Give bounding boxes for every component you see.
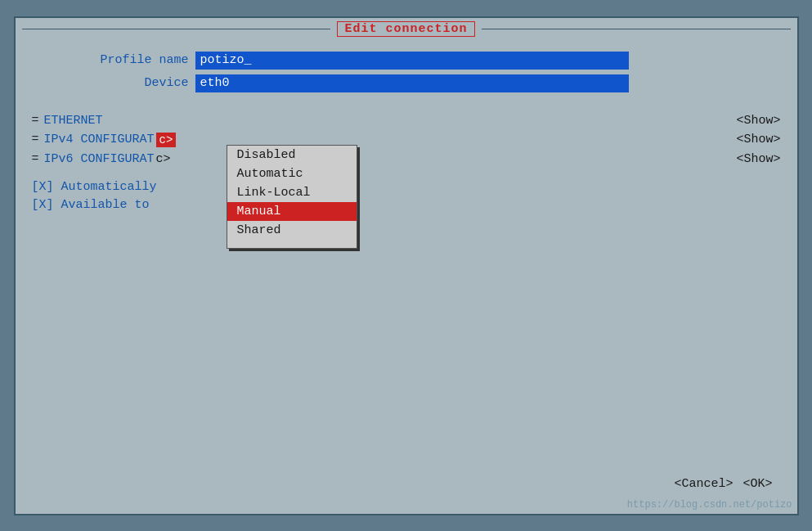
ethernet-show-button[interactable]: <Show> bbox=[736, 114, 780, 128]
ipv4-section-row: = IPv4 CONFIGURAT c> <Show> bbox=[32, 133, 781, 147]
title-bar-line-left bbox=[22, 29, 331, 29]
ipv6-label[interactable]: IPv6 CONFIGURAT bbox=[44, 152, 155, 166]
available-checkbox-row: [X] Available to bbox=[32, 198, 781, 212]
profile-name-label: Profile name bbox=[32, 53, 195, 67]
window-title: Edit connection bbox=[337, 21, 474, 37]
auto-checkbox-row: [X] Automatically bbox=[32, 180, 781, 194]
ethernet-equals: = bbox=[32, 114, 39, 128]
device-row: Device eth0 bbox=[32, 74, 781, 92]
available-checkbox-label[interactable]: [X] Available to bbox=[32, 198, 150, 212]
ipv4-label[interactable]: IPv4 CONFIGURAT bbox=[44, 133, 155, 146]
device-input[interactable]: eth0 bbox=[195, 74, 629, 92]
dropdown-item-shared[interactable]: Shared bbox=[227, 221, 357, 240]
dropdown-item-link-local[interactable]: Link-Local bbox=[227, 183, 357, 202]
cancel-button[interactable]: <Cancel> bbox=[674, 477, 733, 491]
ipv6-section-row: = IPv6 CONFIGURAT c> <Show> bbox=[32, 152, 781, 166]
ipv4-equals: = bbox=[32, 133, 39, 146]
ipv4-show-button[interactable]: <Show> bbox=[736, 133, 780, 146]
watermark: https://blog.csdn.net/potizo bbox=[627, 499, 792, 511]
ipv4-badge: c> bbox=[156, 133, 177, 147]
ipv6-badge: c> bbox=[156, 152, 171, 166]
dropdown-item-automatic[interactable]: Automatic bbox=[227, 164, 357, 183]
device-label: Device bbox=[32, 76, 195, 90]
dropdown-menu[interactable]: Disabled Automatic Link-Local Manual Sha… bbox=[227, 145, 357, 249]
dropdown-item-manual[interactable]: Manual bbox=[227, 202, 357, 221]
ok-button[interactable]: <OK> bbox=[742, 477, 772, 491]
ethernet-label[interactable]: ETHERNET bbox=[44, 114, 103, 128]
title-bar: Edit connection bbox=[16, 18, 797, 43]
ipv6-show-button[interactable]: <Show> bbox=[736, 152, 780, 166]
profile-name-row: Profile name potizo_ bbox=[32, 52, 781, 70]
terminal-window: Edit connection Profile name potizo_ Dev… bbox=[14, 16, 799, 515]
auto-checkbox-label[interactable]: [X] Automatically bbox=[32, 180, 157, 194]
profile-name-input[interactable]: potizo_ bbox=[195, 52, 629, 70]
bottom-buttons: <Cancel> <OK> bbox=[674, 477, 772, 491]
ethernet-section-row: = ETHERNET <Show> bbox=[32, 114, 781, 128]
title-bar-line-right bbox=[482, 29, 791, 29]
form-content: Profile name potizo_ Device eth0 = ETHER… bbox=[16, 43, 797, 224]
dropdown-item-disabled[interactable]: Disabled bbox=[227, 146, 357, 164]
ipv6-equals: = bbox=[32, 152, 39, 166]
